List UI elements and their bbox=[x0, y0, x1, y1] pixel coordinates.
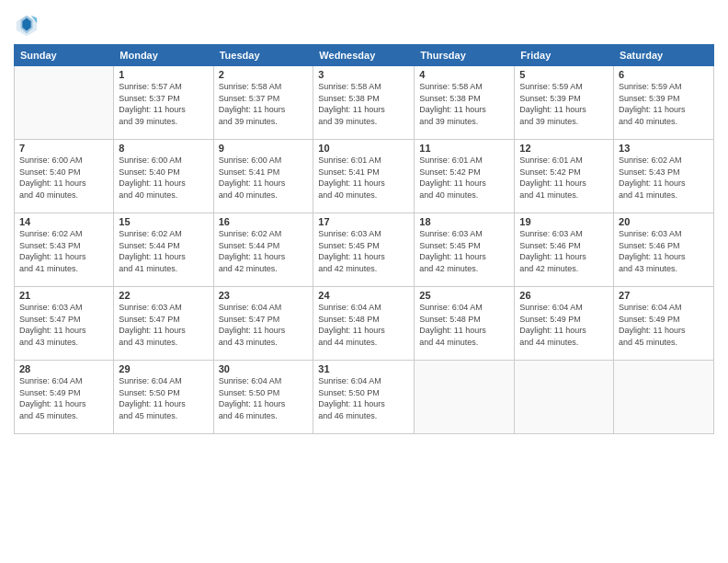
calendar-cell: 23Sunrise: 6:04 AM Sunset: 5:47 PM Dayli… bbox=[213, 287, 313, 361]
day-number: 24 bbox=[318, 290, 409, 301]
day-number: 4 bbox=[419, 69, 509, 80]
weekday-header-tuesday: Tuesday bbox=[213, 45, 313, 66]
calendar-cell: 17Sunrise: 6:03 AM Sunset: 5:45 PM Dayli… bbox=[313, 213, 415, 287]
weekday-header-monday: Monday bbox=[114, 45, 213, 66]
day-number: 15 bbox=[119, 216, 208, 227]
day-number: 12 bbox=[519, 143, 609, 154]
calendar-cell: 2Sunrise: 5:58 AM Sunset: 5:37 PM Daylig… bbox=[213, 66, 313, 140]
day-number: 1 bbox=[119, 69, 208, 80]
weekday-header-saturday: Saturday bbox=[614, 45, 714, 66]
day-info: Sunrise: 6:04 AM Sunset: 5:48 PM Dayligh… bbox=[318, 302, 409, 348]
day-number: 21 bbox=[19, 290, 108, 301]
calendar-cell: 29Sunrise: 6:04 AM Sunset: 5:50 PM Dayli… bbox=[114, 361, 213, 434]
calendar-cell: 15Sunrise: 6:02 AM Sunset: 5:44 PM Dayli… bbox=[114, 213, 213, 287]
day-info: Sunrise: 5:58 AM Sunset: 5:38 PM Dayligh… bbox=[318, 81, 409, 127]
calendar-cell: 5Sunrise: 5:59 AM Sunset: 5:39 PM Daylig… bbox=[515, 66, 614, 140]
day-number: 31 bbox=[318, 363, 409, 374]
calendar-cell bbox=[415, 361, 515, 434]
calendar-cell: 3Sunrise: 5:58 AM Sunset: 5:38 PM Daylig… bbox=[313, 66, 415, 140]
calendar-cell: 13Sunrise: 6:02 AM Sunset: 5:43 PM Dayli… bbox=[614, 140, 714, 213]
day-info: Sunrise: 6:04 AM Sunset: 5:50 PM Dayligh… bbox=[318, 375, 409, 421]
day-number: 16 bbox=[219, 216, 309, 227]
day-number: 8 bbox=[119, 143, 208, 154]
weekday-header-row: SundayMondayTuesdayWednesdayThursdayFrid… bbox=[15, 45, 714, 66]
day-number: 13 bbox=[619, 143, 709, 154]
calendar-week-row: 1Sunrise: 5:57 AM Sunset: 5:37 PM Daylig… bbox=[15, 66, 714, 140]
calendar-cell: 20Sunrise: 6:03 AM Sunset: 5:46 PM Dayli… bbox=[614, 213, 714, 287]
day-info: Sunrise: 6:04 AM Sunset: 5:49 PM Dayligh… bbox=[519, 302, 609, 348]
calendar-cell: 14Sunrise: 6:02 AM Sunset: 5:43 PM Dayli… bbox=[15, 213, 114, 287]
calendar-cell: 8Sunrise: 6:00 AM Sunset: 5:40 PM Daylig… bbox=[114, 140, 213, 213]
day-number: 6 bbox=[619, 69, 709, 80]
day-number: 17 bbox=[318, 216, 409, 227]
day-number: 23 bbox=[219, 290, 309, 301]
calendar-cell: 7Sunrise: 6:00 AM Sunset: 5:40 PM Daylig… bbox=[15, 140, 114, 213]
calendar-cell: 28Sunrise: 6:04 AM Sunset: 5:49 PM Dayli… bbox=[15, 361, 114, 434]
day-number: 9 bbox=[219, 143, 309, 154]
calendar-cell: 26Sunrise: 6:04 AM Sunset: 5:49 PM Dayli… bbox=[515, 287, 614, 361]
day-info: Sunrise: 6:00 AM Sunset: 5:41 PM Dayligh… bbox=[219, 155, 309, 201]
calendar-cell: 11Sunrise: 6:01 AM Sunset: 5:42 PM Dayli… bbox=[415, 140, 515, 213]
day-info: Sunrise: 6:00 AM Sunset: 5:40 PM Dayligh… bbox=[119, 155, 208, 201]
calendar-cell: 30Sunrise: 6:04 AM Sunset: 5:50 PM Dayli… bbox=[213, 361, 313, 434]
day-info: Sunrise: 6:02 AM Sunset: 5:44 PM Dayligh… bbox=[119, 228, 208, 274]
calendar-cell: 10Sunrise: 6:01 AM Sunset: 5:41 PM Dayli… bbox=[313, 140, 415, 213]
day-number: 5 bbox=[519, 69, 609, 80]
day-number: 19 bbox=[519, 216, 609, 227]
calendar-cell: 22Sunrise: 6:03 AM Sunset: 5:47 PM Dayli… bbox=[114, 287, 213, 361]
day-number: 20 bbox=[619, 216, 709, 227]
calendar-cell bbox=[15, 66, 114, 140]
day-info: Sunrise: 6:01 AM Sunset: 5:41 PM Dayligh… bbox=[318, 155, 409, 201]
day-info: Sunrise: 6:04 AM Sunset: 5:50 PM Dayligh… bbox=[119, 375, 208, 421]
day-info: Sunrise: 6:04 AM Sunset: 5:47 PM Dayligh… bbox=[219, 302, 309, 348]
day-info: Sunrise: 6:03 AM Sunset: 5:45 PM Dayligh… bbox=[419, 228, 509, 274]
day-number: 14 bbox=[19, 216, 108, 227]
day-number: 22 bbox=[119, 290, 208, 301]
day-info: Sunrise: 6:02 AM Sunset: 5:43 PM Dayligh… bbox=[619, 155, 709, 201]
day-info: Sunrise: 5:58 AM Sunset: 5:38 PM Dayligh… bbox=[419, 81, 509, 127]
day-number: 11 bbox=[419, 143, 509, 154]
day-number: 28 bbox=[19, 363, 108, 374]
calendar-cell: 21Sunrise: 6:03 AM Sunset: 5:47 PM Dayli… bbox=[15, 287, 114, 361]
calendar-cell: 12Sunrise: 6:01 AM Sunset: 5:42 PM Dayli… bbox=[515, 140, 614, 213]
day-number: 30 bbox=[219, 363, 309, 374]
day-info: Sunrise: 6:03 AM Sunset: 5:47 PM Dayligh… bbox=[119, 302, 208, 348]
day-info: Sunrise: 6:02 AM Sunset: 5:43 PM Dayligh… bbox=[19, 228, 108, 274]
day-number: 18 bbox=[419, 216, 509, 227]
day-info: Sunrise: 6:00 AM Sunset: 5:40 PM Dayligh… bbox=[19, 155, 108, 201]
logo bbox=[14, 13, 41, 39]
calendar-cell: 6Sunrise: 5:59 AM Sunset: 5:39 PM Daylig… bbox=[614, 66, 714, 140]
day-info: Sunrise: 5:59 AM Sunset: 5:39 PM Dayligh… bbox=[519, 81, 609, 127]
day-info: Sunrise: 6:04 AM Sunset: 5:49 PM Dayligh… bbox=[619, 302, 709, 348]
day-info: Sunrise: 6:04 AM Sunset: 5:48 PM Dayligh… bbox=[419, 302, 509, 348]
calendar-cell: 18Sunrise: 6:03 AM Sunset: 5:45 PM Dayli… bbox=[415, 213, 515, 287]
day-info: Sunrise: 6:03 AM Sunset: 5:47 PM Dayligh… bbox=[19, 302, 108, 348]
day-info: Sunrise: 6:01 AM Sunset: 5:42 PM Dayligh… bbox=[519, 155, 609, 201]
day-number: 2 bbox=[219, 69, 309, 80]
day-info: Sunrise: 6:03 AM Sunset: 5:46 PM Dayligh… bbox=[519, 228, 609, 274]
day-info: Sunrise: 6:01 AM Sunset: 5:42 PM Dayligh… bbox=[419, 155, 509, 201]
day-number: 25 bbox=[419, 290, 509, 301]
day-info: Sunrise: 5:57 AM Sunset: 5:37 PM Dayligh… bbox=[119, 81, 208, 127]
header bbox=[14, 9, 714, 39]
calendar-week-row: 14Sunrise: 6:02 AM Sunset: 5:43 PM Dayli… bbox=[15, 213, 714, 287]
day-info: Sunrise: 6:03 AM Sunset: 5:45 PM Dayligh… bbox=[318, 228, 409, 274]
calendar-cell: 1Sunrise: 5:57 AM Sunset: 5:37 PM Daylig… bbox=[114, 66, 213, 140]
weekday-header-wednesday: Wednesday bbox=[313, 45, 415, 66]
day-info: Sunrise: 6:02 AM Sunset: 5:44 PM Dayligh… bbox=[219, 228, 309, 274]
logo-icon bbox=[14, 13, 40, 39]
calendar-cell: 19Sunrise: 6:03 AM Sunset: 5:46 PM Dayli… bbox=[515, 213, 614, 287]
day-number: 10 bbox=[318, 143, 409, 154]
calendar-cell bbox=[614, 361, 714, 434]
calendar-cell: 25Sunrise: 6:04 AM Sunset: 5:48 PM Dayli… bbox=[415, 287, 515, 361]
day-info: Sunrise: 6:03 AM Sunset: 5:46 PM Dayligh… bbox=[619, 228, 709, 274]
day-number: 27 bbox=[619, 290, 709, 301]
calendar-cell: 4Sunrise: 5:58 AM Sunset: 5:38 PM Daylig… bbox=[415, 66, 515, 140]
calendar-week-row: 7Sunrise: 6:00 AM Sunset: 5:40 PM Daylig… bbox=[15, 140, 714, 213]
weekday-header-friday: Friday bbox=[515, 45, 614, 66]
calendar-cell: 31Sunrise: 6:04 AM Sunset: 5:50 PM Dayli… bbox=[313, 361, 415, 434]
day-number: 7 bbox=[19, 143, 108, 154]
calendar-page: SundayMondayTuesdayWednesdayThursdayFrid… bbox=[0, 0, 728, 563]
day-info: Sunrise: 6:04 AM Sunset: 5:49 PM Dayligh… bbox=[19, 375, 108, 421]
calendar-table: SundayMondayTuesdayWednesdayThursdayFrid… bbox=[14, 44, 714, 434]
